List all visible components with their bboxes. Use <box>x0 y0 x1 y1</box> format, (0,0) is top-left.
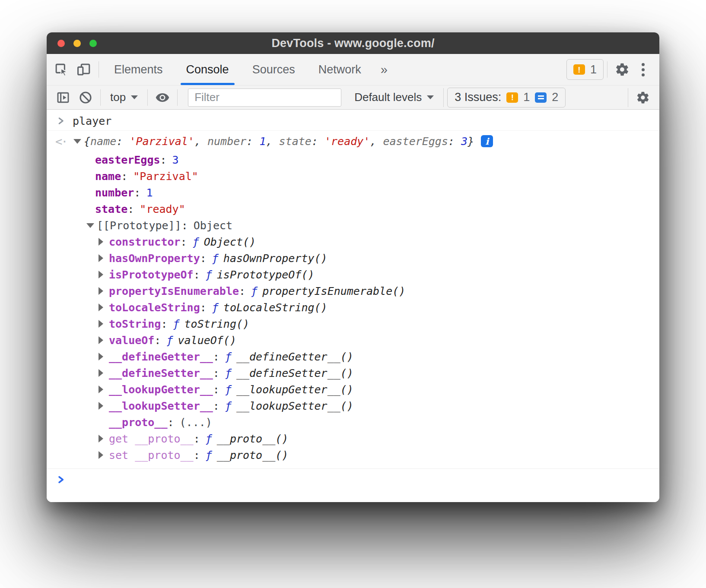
tree-row-prototype[interactable]: [[Prototype]]:Object <box>47 217 659 234</box>
preview-punct: , <box>370 135 383 148</box>
info-icon[interactable]: i <box>481 135 493 147</box>
more-tabs-chevron[interactable]: » <box>373 63 395 77</box>
expander-down-icon[interactable] <box>86 223 97 228</box>
preview-key: name <box>90 135 116 148</box>
preview-punct: : <box>448 135 461 148</box>
warning-mark: ! <box>511 93 514 101</box>
warning-bubble-icon: ! <box>506 92 518 103</box>
inspect-element-button[interactable] <box>50 58 73 81</box>
tree-row-valueof[interactable]: valueOf:ƒvalueOf() <box>47 332 659 348</box>
expander-right-icon[interactable] <box>99 435 109 443</box>
expander-right-icon[interactable] <box>99 353 109 360</box>
function-symbol: ƒ <box>206 449 212 462</box>
warning-bubble-icon: ! <box>573 64 585 75</box>
warning-count: 1 <box>523 91 530 104</box>
property-name: __lookupSetter__ <box>109 400 213 412</box>
separator <box>443 88 444 107</box>
tree-row-state[interactable]: state:"ready" <box>47 201 659 217</box>
more-options-button[interactable] <box>633 58 652 81</box>
colon: : <box>213 351 219 363</box>
console-result-row[interactable]: <· {name: 'Parzival', number: 1, state: … <box>47 131 659 152</box>
tree-row-lookupgetter[interactable]: __lookupGetter__:ƒ__lookupGetter__() <box>47 381 659 398</box>
preview-str: 'ready' <box>324 135 370 148</box>
expander-right-icon[interactable] <box>99 254 109 262</box>
tab-sources[interactable]: Sources <box>241 54 307 85</box>
property-value: Object() <box>204 236 256 248</box>
tree-row-set-proto[interactable]: set __proto__:ƒ__proto__() <box>47 447 659 463</box>
property-value: __lookupGetter__() <box>236 383 353 396</box>
function-symbol: ƒ <box>251 285 258 297</box>
tree-row-hasownproperty[interactable]: hasOwnProperty:ƒhasOwnProperty() <box>47 250 659 266</box>
expander-right-icon[interactable] <box>99 271 109 278</box>
colon: : <box>213 367 219 379</box>
expander-down-icon[interactable] <box>73 139 84 144</box>
console-history-input-row[interactable]: player <box>47 111 659 131</box>
console-settings-button[interactable] <box>632 86 654 109</box>
tab-console[interactable]: Console <box>175 54 241 85</box>
preview-punct: : <box>312 135 324 148</box>
expander-right-icon[interactable] <box>99 451 109 459</box>
issues-counter-button[interactable]: ! 1 <box>566 59 604 80</box>
expander-right-icon[interactable] <box>99 386 109 393</box>
separator <box>607 61 607 78</box>
tree-row-definegetter[interactable]: __defineGetter__:ƒ__defineGetter__() <box>47 348 659 365</box>
maximize-window-button[interactable] <box>89 40 97 47</box>
log-levels-label: Default levels <box>354 91 422 104</box>
property-value: 1 <box>146 187 153 199</box>
expander-right-icon[interactable] <box>99 402 109 410</box>
expander-right-icon[interactable] <box>99 369 109 377</box>
tree-row-constructor[interactable]: constructor:ƒObject() <box>47 234 659 250</box>
tree-row-name[interactable]: name:"Parzival" <box>47 168 659 184</box>
expander-right-icon[interactable] <box>99 320 109 328</box>
expander-right-icon[interactable] <box>99 303 109 311</box>
console-prompt-row[interactable] <box>47 469 659 490</box>
property-value: __defineSetter__() <box>236 367 353 379</box>
create-live-expression-button[interactable] <box>151 86 174 109</box>
tree-row-number[interactable]: number:1 <box>47 184 659 201</box>
phone-icon <box>78 67 83 75</box>
console-sidebar-toggle-button[interactable] <box>52 86 74 109</box>
tree-row-tolocalestring[interactable]: toLocaleString:ƒtoLocaleString() <box>47 299 659 316</box>
returned-value-icon: <· <box>55 135 67 148</box>
property-name: isPrototypeOf <box>109 269 194 281</box>
chevron-down-icon <box>131 95 138 99</box>
chevron-down-icon <box>427 95 434 99</box>
property-name: get __proto__ <box>109 433 194 445</box>
property-name: __proto__ <box>109 416 167 429</box>
colon: : <box>200 252 207 265</box>
separator <box>147 89 148 106</box>
property-value: __lookupSetter__() <box>236 400 353 412</box>
tree-row-tostring[interactable]: toString:ƒtoString() <box>47 316 659 332</box>
tree-row-eastereggs[interactable]: easterEggs:3 <box>47 152 659 168</box>
tab-network[interactable]: Network <box>307 54 373 85</box>
property-value: (...) <box>180 416 212 429</box>
tree-row-propertyisenumerable[interactable]: propertyIsEnumerable:ƒpropertyIsEnumerab… <box>47 283 659 299</box>
console-panel: player <· {name: 'Parzival', number: 1, … <box>47 110 659 502</box>
tree-row-isprototypeof[interactable]: isPrototypeOf:ƒisPrototypeOf() <box>47 266 659 283</box>
tree-row-get-proto[interactable]: get __proto__:ƒ__proto__() <box>47 430 659 447</box>
expander-right-icon[interactable] <box>99 287 109 295</box>
expander-right-icon[interactable] <box>99 336 109 344</box>
preview-punct: { <box>84 135 90 148</box>
minimize-window-button[interactable] <box>73 40 81 47</box>
separator <box>177 89 178 106</box>
info-count: 2 <box>552 91 558 104</box>
preview-key: easterEggs <box>383 135 448 148</box>
device-toolbar-button[interactable] <box>73 58 95 81</box>
filter-input[interactable] <box>188 89 341 107</box>
issues-summary-button[interactable]: 3 Issues: ! 1 2 <box>447 88 566 107</box>
close-window-button[interactable] <box>57 40 65 47</box>
function-symbol: ƒ <box>225 400 232 412</box>
separator <box>99 61 99 78</box>
tree-row-definesetter[interactable]: __defineSetter__:ƒ__defineSetter__() <box>47 365 659 381</box>
clear-console-button[interactable] <box>74 86 97 109</box>
context-selector[interactable]: top <box>104 91 144 104</box>
gear-icon <box>615 62 630 77</box>
tab-elements[interactable]: Elements <box>102 54 175 85</box>
log-levels-selector[interactable]: Default levels <box>348 91 440 104</box>
settings-button[interactable] <box>611 58 633 81</box>
expander-right-icon[interactable] <box>99 238 109 246</box>
tree-row-lookupsetter[interactable]: __lookupSetter__:ƒ__lookupSetter__() <box>47 398 659 414</box>
eye-icon <box>155 90 170 105</box>
tree-row-proto[interactable]: __proto__:(...) <box>47 414 659 430</box>
